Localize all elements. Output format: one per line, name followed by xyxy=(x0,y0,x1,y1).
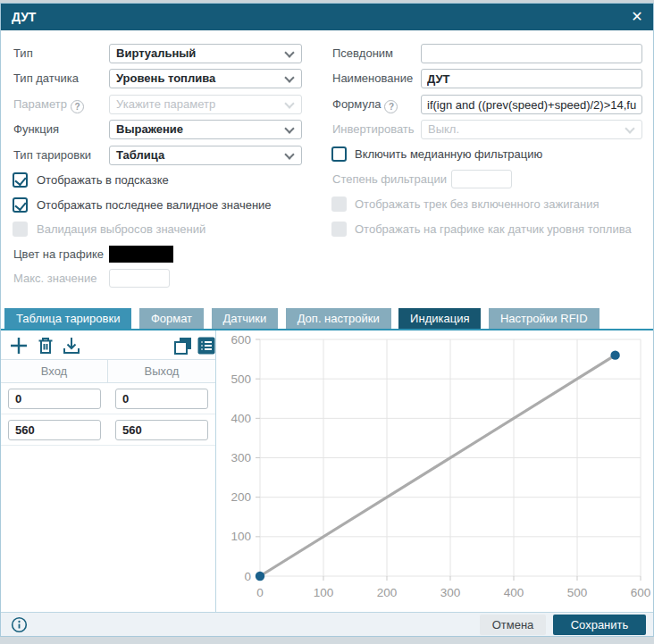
show-as-fuel-on-chart-checkbox xyxy=(331,222,347,237)
invert-select-value: Выкл. xyxy=(428,122,459,136)
table-row xyxy=(1,383,215,414)
chevron-down-icon xyxy=(284,123,294,133)
close-icon[interactable]: ✕ xyxy=(628,8,646,26)
parameter-select: Укажите параметр xyxy=(109,95,302,114)
show-track-no-ignition-label: Отображать трек без включенного зажигани… xyxy=(355,197,600,212)
parameter-label: Параметр? xyxy=(13,95,84,114)
copy-table-button[interactable] xyxy=(172,335,194,356)
calibration-type-select[interactable]: Таблица xyxy=(109,146,302,165)
copy-icon xyxy=(172,335,194,356)
outlier-validation-label: Валидация выбросов значений xyxy=(37,222,205,237)
svg-text:600: 600 xyxy=(231,333,251,347)
chevron-down-icon xyxy=(284,98,294,108)
median-filter-checkbox[interactable] xyxy=(331,146,347,162)
tab-bar: Таблица тарировки Формат Датчики Доп. на… xyxy=(1,308,653,329)
show-last-valid-label: Отображать последнее валидное значение xyxy=(37,197,272,213)
list-icon xyxy=(196,335,217,356)
invert-select: Выкл. xyxy=(421,120,642,139)
invert-label: Инвертировать xyxy=(332,120,415,139)
formula-input[interactable] xyxy=(421,95,642,114)
row1-output-value[interactable] xyxy=(115,389,208,409)
cancel-button[interactable]: Отмена xyxy=(480,615,546,635)
save-button[interactable]: Сохранить xyxy=(553,615,646,635)
type-select-value: Виртуальный xyxy=(116,46,196,60)
svg-text:100: 100 xyxy=(231,530,251,543)
sensor-type-select-value: Уровень топлива xyxy=(116,71,215,85)
calibration-table-header: Вход Выход xyxy=(1,359,215,383)
svg-text:200: 200 xyxy=(377,586,398,599)
calibration-chart-area: 01002003004005006000100200300400500600 xyxy=(217,330,653,612)
filter-degree-input xyxy=(451,170,512,188)
trash-icon xyxy=(35,335,56,356)
dialog-title: ДУТ xyxy=(12,4,36,30)
name-label: Наименование xyxy=(332,69,413,88)
show-track-no-ignition-checkbox xyxy=(331,197,347,212)
download-icon xyxy=(61,335,82,356)
delete-row-button[interactable] xyxy=(35,335,56,356)
function-label: Функция xyxy=(13,120,59,139)
sensor-properties-dialog: ДУТ ✕ Тип Виртуальный Тип датчика Уровен… xyxy=(0,3,654,637)
chevron-down-icon xyxy=(284,149,294,159)
tab-sensors[interactable]: Датчики xyxy=(212,308,279,329)
chart-color-swatch[interactable] xyxy=(109,246,173,263)
svg-text:600: 600 xyxy=(631,586,651,599)
svg-text:200: 200 xyxy=(231,490,251,504)
svg-text:500: 500 xyxy=(567,586,588,599)
alias-label: Псевдоним xyxy=(332,44,393,63)
svg-text:300: 300 xyxy=(440,586,461,599)
sensor-type-label: Тип датчика xyxy=(13,69,79,88)
info-icon xyxy=(11,616,28,633)
svg-text:500: 500 xyxy=(231,372,251,386)
svg-text:400: 400 xyxy=(231,412,251,425)
calibration-type-select-value: Таблица xyxy=(116,148,164,162)
show-in-tooltip-checkbox[interactable] xyxy=(13,172,28,188)
show-as-fuel-on-chart-label: Отображать на графике как датчик уровня … xyxy=(355,222,632,237)
filter-degree-label: Степень фильтрации xyxy=(332,170,447,189)
name-input[interactable] xyxy=(421,69,642,88)
type-select[interactable]: Виртуальный xyxy=(109,44,302,63)
help-icon[interactable]: ? xyxy=(384,100,398,113)
chart-color-label: Цвет на графике xyxy=(13,245,104,264)
show-last-valid-checkbox[interactable] xyxy=(13,197,28,213)
sensor-type-select[interactable]: Уровень топлива xyxy=(109,69,302,88)
help-icon[interactable]: ? xyxy=(71,100,84,113)
add-row-button[interactable] xyxy=(8,335,29,356)
max-value-label: Макс. значение xyxy=(13,269,97,289)
tab-calibration-table[interactable]: Таблица тарировки xyxy=(4,308,131,329)
list-view-button[interactable] xyxy=(196,335,217,356)
alias-input[interactable] xyxy=(421,44,642,63)
formula-label: Формула? xyxy=(332,95,398,114)
dialog-titlebar: ДУТ ✕ xyxy=(1,4,653,30)
parameter-select-placeholder: Укажите параметр xyxy=(116,97,215,111)
calibration-toolbar xyxy=(1,330,215,359)
max-value-input xyxy=(109,269,170,288)
show-in-tooltip-label: Отображать в подсказке xyxy=(37,172,169,188)
info-button[interactable] xyxy=(11,616,28,633)
tab-extra-settings[interactable]: Доп. настройки xyxy=(286,308,391,329)
screen: ДУТ ✕ Тип Виртуальный Тип датчика Уровен… xyxy=(0,0,654,644)
column-header-output: Выход xyxy=(108,360,215,383)
svg-text:0: 0 xyxy=(244,570,251,583)
function-select-value: Выражение xyxy=(116,122,183,136)
median-filter-label: Включить медианную фильтрацию xyxy=(355,146,542,162)
chevron-down-icon xyxy=(284,47,294,57)
tab-indication[interactable]: Индикация xyxy=(398,308,481,329)
tab-rfid-settings[interactable]: Настройки RFID xyxy=(489,308,600,329)
row2-input-value[interactable] xyxy=(8,420,101,440)
import-table-button[interactable] xyxy=(61,335,82,356)
chevron-down-icon xyxy=(284,72,294,82)
dialog-footer: Отмена Сохранить xyxy=(1,612,653,636)
row1-input-value[interactable] xyxy=(8,389,101,409)
function-select[interactable]: Выражение xyxy=(109,120,302,139)
svg-text:400: 400 xyxy=(504,586,524,599)
table-row xyxy=(1,414,215,446)
column-header-input: Вход xyxy=(1,360,107,383)
calibration-chart: 01002003004005006000100200300400500600 xyxy=(217,330,653,612)
tab-format[interactable]: Формат xyxy=(139,308,204,329)
calibration-type-label: Тип тарировки xyxy=(13,146,91,165)
type-label: Тип xyxy=(13,44,33,63)
svg-text:100: 100 xyxy=(314,586,334,599)
panel-divider xyxy=(215,330,216,612)
svg-text:0: 0 xyxy=(256,586,264,599)
row2-output-value[interactable] xyxy=(115,420,208,440)
